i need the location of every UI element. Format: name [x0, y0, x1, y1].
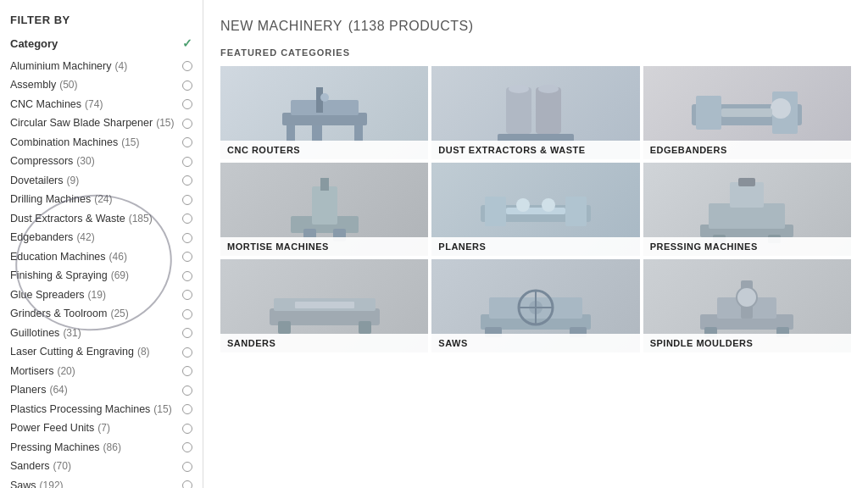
svg-point-6	[320, 93, 329, 102]
list-item[interactable]: Planers (64)	[10, 381, 192, 401]
list-item[interactable]: Laser Cutting & Engraving (8)	[10, 343, 192, 363]
svg-point-50	[737, 287, 757, 308]
list-item[interactable]: Drilling Machines (24)	[10, 191, 192, 210]
list-item[interactable]: Education Machines (46)	[10, 247, 192, 267]
list-item[interactable]: Circular Saw Blade Sharpener (15)	[10, 114, 192, 134]
category-label: Category	[10, 37, 58, 50]
card-label: SAWS	[431, 334, 639, 352]
radio-button[interactable]	[182, 290, 192, 300]
svg-rect-31	[738, 178, 755, 186]
radio-button[interactable]	[182, 385, 192, 396]
radio-button[interactable]	[182, 157, 192, 167]
featured-label: FEATURED CATEGORIES	[220, 47, 851, 58]
list-item[interactable]: Combination Machines (15)	[10, 133, 192, 152]
chevron-down-icon: ✓	[182, 36, 192, 50]
svg-rect-19	[320, 178, 329, 191]
radio-button[interactable]	[182, 233, 192, 243]
radio-button[interactable]	[182, 366, 192, 376]
category-grid: CNC ROUTERSDUST EXTRACTORS & WASTEEDGEBA…	[220, 66, 851, 352]
svg-rect-3	[312, 125, 322, 142]
list-item[interactable]: Glue Spreaders (19)	[10, 286, 192, 305]
radio-button[interactable]	[182, 404, 192, 414]
list-item[interactable]: Finishing & Spraying (69)	[10, 267, 192, 286]
svg-rect-18	[312, 186, 337, 225]
list-item[interactable]: Dust Extractors & Waste (185)	[10, 209, 192, 229]
card-label: EDGEBANDERS	[643, 141, 851, 159]
category-card-spindle-moulders[interactable]: SPINDLE MOULDERS	[643, 259, 851, 352]
radio-button[interactable]	[182, 424, 192, 434]
svg-rect-24	[565, 197, 587, 226]
list-item[interactable]: Mortisers (20)	[10, 362, 192, 381]
radio-button[interactable]	[182, 214, 192, 224]
svg-rect-25	[506, 208, 565, 214]
main-content: NEW MACHINERY (1138 PRODUCTS) FEATURED C…	[203, 0, 868, 488]
radio-button[interactable]	[182, 309, 192, 319]
svg-rect-23	[485, 197, 506, 226]
radio-button[interactable]	[182, 462, 192, 472]
radio-button[interactable]	[182, 119, 192, 129]
card-label: CNC ROUTERS	[220, 141, 428, 159]
category-list: Aluminium Machinery (4) Assembly (50) CN…	[10, 57, 192, 488]
card-label: SANDERS	[220, 334, 428, 352]
svg-point-15	[771, 98, 791, 119]
svg-point-27	[542, 198, 555, 212]
list-item[interactable]: Plastics Processing Machines (15)	[10, 400, 192, 419]
radio-button[interactable]	[182, 271, 192, 281]
category-card-sanders[interactable]: SANDERS	[220, 259, 428, 352]
page-title: NEW MACHINERY (1138 PRODUCTS)	[220, 14, 851, 36]
card-label: DUST EXTRACTORS & WASTE	[431, 141, 639, 159]
card-label: PRESSING MACHINES	[643, 237, 851, 256]
category-card-pressing-machines[interactable]: PRESSING MACHINES	[643, 163, 851, 256]
list-item[interactable]: Grinders & Toolroom (25)	[10, 305, 192, 324]
list-item[interactable]: Assembly (50)	[10, 76, 192, 96]
list-item[interactable]: Dovetailers (9)	[10, 171, 192, 191]
list-item[interactable]: Aluminium Machinery (4)	[10, 57, 192, 76]
svg-rect-8	[536, 87, 561, 134]
radio-button[interactable]	[182, 99, 192, 109]
svg-rect-38	[295, 302, 354, 308]
svg-rect-4	[287, 125, 295, 142]
svg-rect-36	[278, 321, 291, 334]
svg-rect-5	[354, 125, 363, 142]
card-label: SPINDLE MOULDERS	[643, 334, 851, 352]
svg-rect-16	[721, 108, 772, 117]
radio-button[interactable]	[182, 61, 192, 71]
radio-button[interactable]	[182, 442, 192, 452]
radio-button[interactable]	[182, 195, 192, 205]
svg-point-10	[509, 85, 529, 93]
category-card-planers[interactable]: PLANERS	[431, 163, 639, 256]
radio-button[interactable]	[182, 252, 192, 262]
radio-button[interactable]	[182, 80, 192, 91]
card-label: MORTISE MACHINES	[220, 237, 428, 256]
list-item[interactable]: Compressors (30)	[10, 152, 192, 172]
svg-point-11	[538, 85, 559, 93]
svg-rect-1	[291, 100, 359, 115]
sidebar: FILTER BY Category ✓ Aluminium Machinery…	[0, 0, 203, 488]
list-item[interactable]: Power Feed Units (7)	[10, 419, 192, 439]
category-card-dust-extractors[interactable]: DUST EXTRACTORS & WASTE	[431, 66, 639, 159]
card-label: PLANERS	[431, 237, 639, 256]
list-item[interactable]: CNC Machines (74)	[10, 95, 192, 114]
svg-rect-37	[359, 321, 371, 334]
category-card-mortise-machines[interactable]: MORTISE MACHINES	[220, 163, 428, 256]
svg-rect-13	[696, 96, 721, 130]
list-item[interactable]: Guillotines (31)	[10, 324, 192, 343]
category-card-cnc-routers[interactable]: CNC ROUTERS	[220, 66, 428, 159]
category-card-saws[interactable]: SAWS	[431, 259, 639, 352]
svg-point-26	[516, 198, 530, 212]
list-item[interactable]: Pressing Machines (86)	[10, 438, 192, 458]
category-card-edgebanders[interactable]: EDGEBANDERS	[643, 66, 851, 159]
category-header: Category ✓	[10, 36, 192, 50]
radio-button[interactable]	[182, 175, 192, 186]
list-item[interactable]: Saws (192)	[10, 476, 192, 488]
list-item[interactable]: Edgebanders (42)	[10, 229, 192, 248]
filter-by-title: FILTER BY	[10, 14, 192, 26]
radio-button[interactable]	[182, 328, 192, 338]
radio-button[interactable]	[182, 480, 192, 488]
radio-button[interactable]	[182, 137, 192, 147]
radio-button[interactable]	[182, 347, 192, 358]
svg-rect-7	[506, 87, 531, 134]
list-item[interactable]: Sanders (70)	[10, 458, 192, 477]
